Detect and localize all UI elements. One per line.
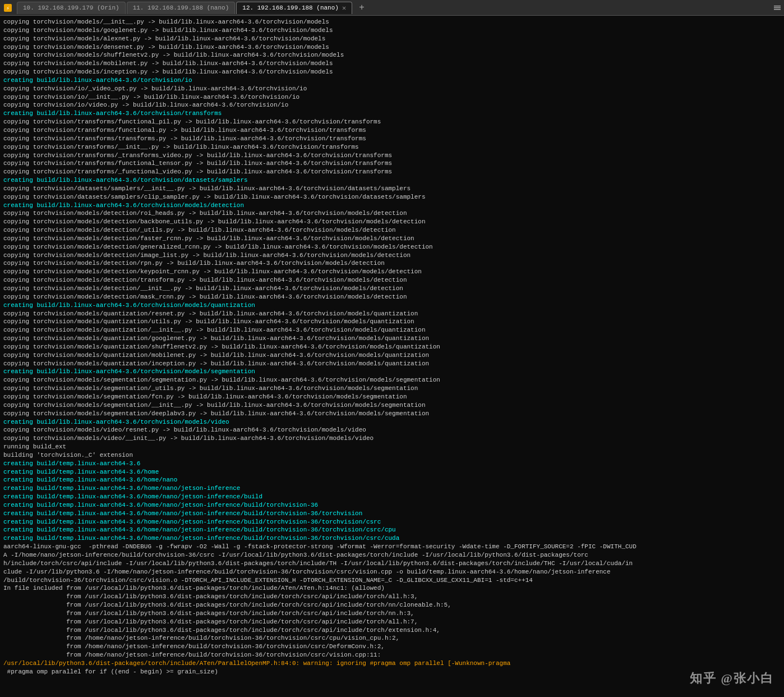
menu-icon[interactable] <box>773 3 782 12</box>
terminal-line: copying torchvision/transforms/__init__.… <box>3 143 781 152</box>
terminal-line: copying torchvision/models/segmentation/… <box>3 376 781 384</box>
terminal-line: copying torchvision/models/inception.py … <box>3 68 781 76</box>
terminal-line: copying torchvision/models/googlenet.py … <box>3 26 781 35</box>
terminal-line: creating build/lib.linux-aarch64-3.6/tor… <box>3 109 781 118</box>
terminal-line: copying torchvision/models/detection/rpn… <box>3 259 781 268</box>
terminal-line: from /usr/local/lib/python3.6/dist-packa… <box>3 618 781 626</box>
terminal-line: creating build/temp.linux-aarch64-3.6/ho… <box>3 493 781 501</box>
terminal-line: copying torchvision/models/segmentation/… <box>3 401 781 410</box>
terminal-line: copying torchvision/io/video.py -> build… <box>3 101 781 109</box>
terminal-line: creating build/temp.linux-aarch64-3.6 <box>3 460 781 468</box>
terminal-line: copying torchvision/models/detection/bac… <box>3 218 781 226</box>
tab-2-label: 11. 192.168.199.188 (nano) <box>133 4 229 11</box>
terminal-line: copying torchvision/models/segmentation/… <box>3 393 781 401</box>
svg-rect-4 <box>774 9 781 10</box>
tab-3-close[interactable]: ✕ <box>342 4 346 12</box>
terminal-line: creating build/temp.linux-aarch64-3.6/ho… <box>3 468 781 476</box>
tab-right-controls <box>773 3 782 12</box>
terminal-line: In file included from /usr/local/lib/pyt… <box>3 584 781 593</box>
terminal-line: copying torchvision/transforms/functiona… <box>3 126 781 135</box>
terminal-line: creating build/temp.linux-aarch64-3.6/ho… <box>3 526 781 534</box>
terminal-line: creating build/temp.linux-aarch64-3.6/ho… <box>3 518 781 526</box>
terminal-line: running build_ext <box>3 443 781 451</box>
terminal-line: copying torchvision/models/segmentation/… <box>3 410 781 418</box>
tab-bar: ⚡ 10. 192.168.199.179 (Orin) 11. 192.168… <box>0 0 784 16</box>
terminal-line: copying torchvision/models/mobilenet.py … <box>3 59 781 68</box>
terminal-line: creating build/lib.linux-aarch64-3.6/tor… <box>3 368 781 376</box>
terminal-line: copying torchvision/models/shufflenetv2.… <box>3 51 781 59</box>
terminal-line: copying torchvision/datasets/samplers/__… <box>3 185 781 193</box>
svg-text:⚡: ⚡ <box>6 6 10 12</box>
terminal-line: from /home/nano/jetson-inference/build/t… <box>3 643 781 651</box>
terminal-line: copying torchvision/models/quantization/… <box>3 326 781 334</box>
terminal-line: copying torchvision/models/detection/mas… <box>3 293 781 301</box>
terminal-line: copying torchvision/transforms/transform… <box>3 135 781 143</box>
terminal-line: from /usr/local/lib/python3.6/dist-packa… <box>3 626 781 635</box>
terminal-line: h/include/torch/csrc/api/include -I/usr/… <box>3 560 781 568</box>
terminal-line: copying torchvision/io/_video_opt.py -> … <box>3 85 781 93</box>
terminal-line: creating build/temp.linux-aarch64-3.6/ho… <box>3 510 781 518</box>
tab-2[interactable]: 11. 192.168.199.188 (nano) <box>127 2 236 14</box>
tab-3-label: 12. 192.168.199.188 (nano) <box>242 4 339 11</box>
terminal-line: copying torchvision/io/__init__.py -> bu… <box>3 93 781 102</box>
terminal-line: creating build/lib.linux-aarch64-3.6/tor… <box>3 418 781 427</box>
terminal-line: copying torchvision/models/quantization/… <box>3 360 781 368</box>
terminal-line: copying torchvision/models/densenet.py -… <box>3 43 781 52</box>
tab-add-button[interactable]: + <box>356 2 368 14</box>
terminal-line: creating build/temp.linux-aarch64-3.6/ho… <box>3 501 781 510</box>
terminal-line: copying torchvision/models/video/__init_… <box>3 434 781 443</box>
terminal-line: copying torchvision/models/detection/roi… <box>3 209 781 218</box>
tab-1-label: 10. 192.168.199.179 (Orin) <box>23 4 119 11</box>
terminal-line: copying torchvision/models/quantization/… <box>3 343 781 351</box>
terminal-line: copying torchvision/models/quantization/… <box>3 351 781 360</box>
terminal-line: #pragma omp parallel for if ((end - begi… <box>3 668 781 676</box>
terminal-output: copying torchvision/models/__init__.py -… <box>0 16 784 697</box>
terminal-line: copying torchvision/models/quantization/… <box>3 334 781 343</box>
terminal-line: from /home/nano/jetson-inference/build/t… <box>3 634 781 643</box>
terminal-line: from /usr/local/lib/python3.6/dist-packa… <box>3 593 781 601</box>
terminal-line: building 'torchvision._C' extension <box>3 451 781 460</box>
terminal-line: copying torchvision/transforms/functiona… <box>3 159 781 168</box>
terminal-line: copying torchvision/models/detection/fas… <box>3 235 781 243</box>
terminal-line: from /usr/local/lib/python3.6/dist-packa… <box>3 601 781 609</box>
terminal-line: /usr/local/lib/python3.6/dist-packages/t… <box>3 659 781 668</box>
terminal-line: from /home/nano/jetson-inference/build/t… <box>3 651 781 659</box>
terminal-line: copying torchvision/models/quantization/… <box>3 318 781 326</box>
terminal-line: from /usr/local/lib/python3.6/dist-packa… <box>3 609 781 618</box>
svg-rect-3 <box>774 7 781 8</box>
terminal-line: creating build/lib.linux-aarch64-3.6/tor… <box>3 201 781 210</box>
terminal-line: clude -I/usr/lib/python3.6 -I/home/nano/… <box>3 568 781 576</box>
terminal-line: creating build/temp.linux-aarch64-3.6/ho… <box>3 534 781 543</box>
terminal-line: A -I/home/nano/jetson-inference/build/to… <box>3 551 781 560</box>
terminal-line: /build/torchvision-36/torchvision/csrc/v… <box>3 576 781 585</box>
terminal-line: creating build/lib.linux-aarch64-3.6/tor… <box>3 176 781 185</box>
terminal-line: copying torchvision/models/video/resnet.… <box>3 426 781 434</box>
tab-3[interactable]: 12. 192.168.199.188 (nano) ✕ <box>236 2 352 14</box>
svg-rect-2 <box>774 6 781 7</box>
terminal-line: copying torchvision/datasets/samplers/cl… <box>3 193 781 201</box>
terminal-line: copying torchvision/models/detection/__i… <box>3 285 781 293</box>
terminal-line: copying torchvision/models/__init__.py -… <box>3 18 781 26</box>
app-icon: ⚡ <box>2 2 13 13</box>
terminal-line: copying torchvision/models/detection/ima… <box>3 251 781 260</box>
terminal-line: creating build/lib.linux-aarch64-3.6/tor… <box>3 76 781 85</box>
terminal-line: creating build/lib.linux-aarch64-3.6/tor… <box>3 301 781 310</box>
terminal-line: copying torchvision/transforms/_transfor… <box>3 152 781 160</box>
terminal-line: copying torchvision/models/detection/gen… <box>3 243 781 251</box>
terminal-line: copying torchvision/models/detection/key… <box>3 268 781 276</box>
terminal-line: copying torchvision/models/quantization/… <box>3 310 781 318</box>
terminal-line: aarch64-linux-gnu-gcc -pthread -DNDEBUG … <box>3 543 781 551</box>
terminal-line: creating build/temp.linux-aarch64-3.6/ho… <box>3 484 781 493</box>
terminal-line: copying torchvision/transforms/functiona… <box>3 118 781 126</box>
terminal-line: copying torchvision/models/segmentation/… <box>3 384 781 393</box>
terminal-line: copying torchvision/models/detection/tra… <box>3 276 781 285</box>
terminal-line: creating build/temp.linux-aarch64-3.6/ho… <box>3 476 781 484</box>
terminal-line: copying torchvision/models/detection/_ut… <box>3 226 781 235</box>
terminal-line: copying torchvision/models/alexnet.py ->… <box>3 35 781 43</box>
terminal-line: copying torchvision/transforms/_function… <box>3 168 781 176</box>
tab-1[interactable]: 10. 192.168.199.179 (Orin) <box>17 2 126 14</box>
